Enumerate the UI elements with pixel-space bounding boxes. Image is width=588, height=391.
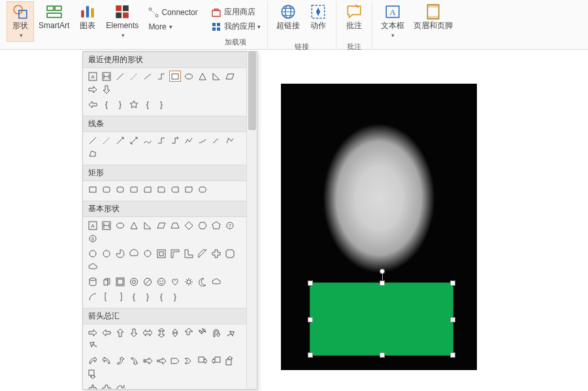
resize-handle-sw[interactable] [308, 352, 313, 358]
shape-rrect[interactable] [101, 184, 112, 195]
shape-curR[interactable] [87, 355, 99, 366]
shape-conn-elbow[interactable] [155, 71, 167, 82]
shape-txt[interactable]: A [87, 220, 99, 231]
shape-closed[interactable] [87, 148, 99, 159]
shape-ad[interactable] [128, 327, 140, 338]
shape-circ10[interactable] [101, 248, 112, 259]
shape-rtri[interactable] [210, 71, 222, 82]
shape-poly[interactable] [224, 135, 236, 146]
shape-srect[interactable] [142, 184, 154, 195]
shape-free[interactable] [210, 135, 222, 146]
shape-diag[interactable] [197, 248, 208, 259]
shape-heart[interactable] [169, 276, 181, 287]
shape-callL[interactable] [210, 355, 222, 366]
shape-dline[interactable] [101, 135, 112, 146]
shape-dia[interactable] [183, 220, 195, 231]
shape-bent[interactable] [197, 327, 208, 338]
shape-tri[interactable] [128, 220, 140, 231]
resize-handle-w[interactable] [308, 317, 313, 322]
shape-rrect3[interactable] [128, 184, 140, 195]
shape-brace2[interactable]: } [142, 291, 154, 302]
resize-handle-se[interactable] [450, 352, 455, 358]
shape-curU[interactable] [114, 355, 126, 366]
shape-rect-sel[interactable] [169, 71, 181, 82]
shape-curD[interactable] [128, 355, 140, 366]
inserted-rectangle-shape[interactable] [310, 282, 453, 356]
shape-oval[interactable] [183, 71, 195, 82]
shape-aru[interactable] [224, 327, 236, 338]
shape-txt2[interactable] [101, 220, 112, 231]
shape-lshape[interactable] [183, 248, 195, 259]
shape-circArrow[interactable] [114, 383, 126, 389]
shape-rect[interactable] [87, 184, 99, 195]
shape-notchR[interactable] [155, 355, 167, 366]
shape-rarrow[interactable] [87, 84, 99, 95]
shape-curlL[interactable]: { [155, 291, 167, 302]
shape-chord[interactable] [128, 248, 140, 259]
shape-pie[interactable] [114, 248, 126, 259]
shape-srect2[interactable] [155, 184, 167, 195]
shape-callU[interactable] [224, 355, 236, 366]
resize-handle-n[interactable] [380, 280, 385, 286]
shape-curL[interactable] [101, 355, 112, 366]
app-store-button[interactable]: 应用商店 [208, 5, 263, 20]
shape-callR[interactable] [197, 355, 208, 366]
shape-circ8[interactable]: 8 [87, 233, 99, 244]
shape-halfframe[interactable] [169, 248, 181, 259]
shape-line[interactable] [114, 71, 126, 82]
shape-para[interactable] [155, 220, 167, 231]
resize-handle-e[interactable] [450, 317, 455, 322]
shape-uturn[interactable] [210, 327, 222, 338]
shape-chevR[interactable] [183, 355, 195, 366]
elements-button[interactable]: Elements [101, 1, 143, 42]
shape-cross2[interactable] [101, 383, 112, 389]
shape-elbow[interactable] [155, 135, 167, 146]
shape-scribble[interactable] [197, 135, 208, 146]
shape-oval[interactable] [114, 220, 126, 231]
smartart-button[interactable]: SmartArt [34, 1, 74, 42]
shape-aquad[interactable] [169, 327, 181, 338]
shape-srect5[interactable] [197, 184, 208, 195]
shape-circ7[interactable]: 7 [224, 220, 236, 231]
shape-cross[interactable] [210, 248, 222, 259]
shape-ald[interactable] [87, 340, 99, 351]
shape-bevel[interactable] [114, 276, 126, 287]
shape-conn[interactable] [142, 71, 154, 82]
headerfooter-button[interactable]: 页眉和页脚 [409, 1, 457, 42]
shape-line[interactable] [87, 135, 99, 146]
shape-al[interactable] [101, 327, 112, 338]
shape-can[interactable] [87, 276, 99, 287]
shape-bracket2[interactable] [114, 291, 126, 302]
shape-star[interactable] [128, 99, 140, 110]
more-button[interactable]: More ▾ [146, 20, 200, 34]
shape-brace-l[interactable]: { [101, 99, 112, 110]
hyperlink-button[interactable]: 超链接 [272, 1, 304, 42]
shape-callD[interactable] [87, 368, 99, 379]
shape-stripR[interactable] [142, 355, 154, 366]
shape-srect4[interactable] [183, 184, 195, 195]
shape-larrow[interactable] [87, 99, 99, 110]
shape-alr[interactable] [142, 327, 154, 338]
shape-brace-r[interactable]: } [114, 99, 126, 110]
shape-quad2[interactable] [87, 383, 99, 389]
shape-dline[interactable] [128, 71, 140, 82]
shape-aud[interactable] [155, 327, 167, 338]
action-button[interactable]: 动作 [304, 1, 332, 42]
shape-para[interactable] [224, 71, 236, 82]
shapes-button[interactable]: 形状 [7, 1, 34, 42]
shape-plaque[interactable] [224, 248, 236, 259]
shape-darrow[interactable] [101, 84, 112, 95]
shape-bracket[interactable] [101, 291, 112, 302]
shape-txt2[interactable] [101, 71, 112, 82]
shape-moon[interactable] [197, 276, 208, 287]
shape-curlL[interactable]: { [142, 99, 154, 110]
shape-noentry[interactable] [142, 276, 154, 287]
rotate-handle[interactable] [380, 269, 385, 274]
comment-button[interactable]: 批注 [340, 1, 368, 42]
shape-brace[interactable]: { [128, 291, 140, 302]
shape-pent-r[interactable] [169, 355, 181, 366]
shape-cloud[interactable] [87, 261, 99, 272]
slide-canvas[interactable] [259, 52, 585, 390]
shape-tear[interactable] [142, 248, 154, 259]
connector-button[interactable]: Connector [146, 5, 200, 20]
